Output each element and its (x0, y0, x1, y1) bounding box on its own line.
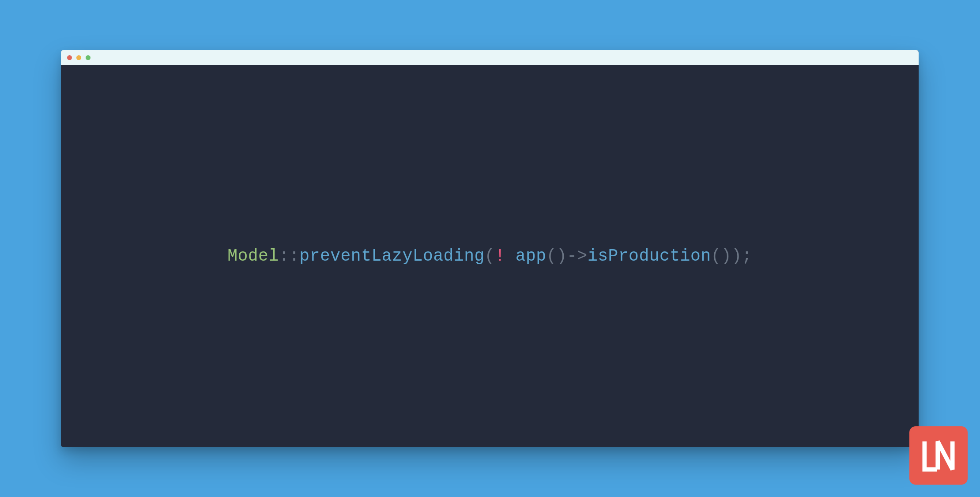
code-token (505, 247, 515, 266)
code-token: Model (227, 247, 279, 266)
logo-badge (909, 426, 968, 485)
code-token: isProduction (588, 247, 711, 266)
code-line: Model::preventLazyLoading(! app()->isPro… (227, 243, 752, 269)
window-close-icon[interactable] (67, 55, 72, 60)
code-token: -> (567, 247, 588, 266)
code-token: ( (485, 247, 495, 266)
code-editor: Model::preventLazyLoading(! app()->isPro… (61, 65, 919, 447)
canvas: Model::preventLazyLoading(! app()->isPro… (0, 0, 980, 497)
code-token: preventLazyLoading (299, 247, 484, 266)
code-token: app (516, 247, 547, 266)
ln-logo-icon (919, 436, 958, 475)
window-titlebar (61, 50, 919, 65)
code-token: ! (495, 247, 505, 266)
window-maximize-icon[interactable] (86, 55, 90, 60)
code-token: ; (742, 247, 752, 266)
code-token: () (547, 247, 567, 266)
code-token: ()) (711, 247, 742, 266)
editor-window: Model::preventLazyLoading(! app()->isPro… (61, 50, 919, 447)
window-minimize-icon[interactable] (76, 55, 81, 60)
code-token: :: (279, 247, 300, 266)
